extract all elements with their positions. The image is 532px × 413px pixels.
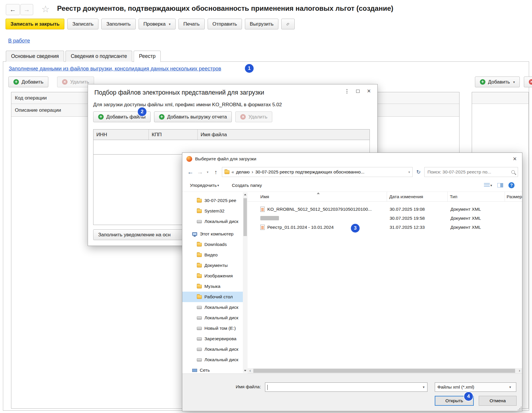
file-row[interactable]: 30.07.2025 19:58 Документ XML [248, 214, 522, 223]
breadcrumb-collapse-icon[interactable] [231, 169, 234, 175]
check-menu-button[interactable]: Проверка [139, 19, 176, 29]
sidebar-item-folder[interactable]: System32 [182, 206, 243, 216]
help-button[interactable] [508, 182, 515, 188]
file-name: KO_RROBNL_5012_5012_501203791050120100..… [267, 207, 372, 212]
tab-main-info[interactable]: Основные сведения [6, 51, 64, 62]
column-filename[interactable]: Имя файла [198, 130, 370, 140]
folder-icon [197, 264, 202, 267]
sidebar-item-desktop[interactable]: Рабочий стол [182, 292, 243, 302]
sidebar-item-downloads[interactable]: Downloads [182, 239, 243, 250]
change-view-button[interactable] [484, 183, 492, 187]
save-and-close-button[interactable]: Записать и закрыть [6, 19, 64, 29]
column-size[interactable]: Размер [505, 192, 522, 201]
open-dialog-close-button[interactable] [508, 153, 522, 165]
print-button[interactable]: Печать [178, 19, 205, 29]
fill-button[interactable]: Заполнить [101, 19, 135, 29]
column-type[interactable]: Тип [447, 192, 505, 201]
picker-window-controls [341, 87, 374, 95]
sidebar-item-label: Локальный диск [204, 315, 238, 320]
scrollbar-thumb[interactable] [253, 369, 515, 373]
breadcrumb-separator-icon [252, 169, 253, 175]
nav-back-button[interactable] [186, 169, 195, 176]
save-button[interactable]: Записать [67, 19, 98, 29]
sidebar-item-drive[interactable]: Локальный диск [182, 344, 243, 354]
scrollbar-thumb[interactable] [243, 198, 247, 236]
horizontal-scrollbar[interactable] [248, 368, 522, 373]
registry-add-button[interactable]: Добавить [8, 77, 48, 87]
new-folder-button[interactable]: Создать папку [232, 183, 262, 188]
tree-scrollbar[interactable] [243, 192, 248, 373]
column-inn[interactable]: ИНН [93, 130, 149, 140]
sidebar-item-drive[interactable]: Новый том (E:) [182, 323, 243, 334]
address-dropdown-icon[interactable] [408, 170, 410, 174]
scroll-right-icon[interactable] [517, 368, 522, 373]
sidebar-item-drive[interactable]: Локальный диск [182, 354, 243, 365]
fill-from-files-link[interactable]: Заполнение данными из файлов выгрузки, к… [9, 66, 221, 72]
sidebar-item-network[interactable]: Сеть [182, 365, 243, 373]
sidebar-item-drive[interactable]: Локальный диск [182, 313, 243, 323]
annotation-badge-4: 4 [464, 392, 473, 401]
column-kpp[interactable]: КПП [149, 130, 198, 140]
tab-signer-info[interactable]: Сведения о подписанте [66, 51, 132, 62]
tab-register[interactable]: Реестр [134, 51, 161, 62]
open-dialog-body: 30-07-2025 рее System32 Локальный диск Э… [182, 192, 522, 373]
annotation-badge-2: 2 [138, 107, 146, 116]
filename-dropdown-icon[interactable] [420, 385, 427, 389]
sidebar-item-folder[interactable]: 30-07-2025 рее [182, 195, 243, 206]
sidebar-item-pictures[interactable]: Изображения [182, 271, 243, 281]
disk-icon [197, 337, 202, 341]
nav-up-button[interactable] [212, 169, 220, 176]
file-row[interactable]: Реестр_01.01.2024 - 10.01.2024 31.07.202… [248, 223, 522, 232]
scroll-up-icon[interactable] [244, 194, 246, 195]
filename-input[interactable] [265, 383, 420, 391]
picker-delete-button[interactable]: Удалить [235, 111, 272, 122]
folder-icon [197, 199, 202, 203]
favorite-star-icon[interactable] [41, 3, 50, 15]
right-panel-delete-button[interactable] [524, 77, 532, 87]
send-button[interactable]: Отправить [208, 19, 242, 29]
sidebar-item-drive[interactable]: Локальный диск [182, 216, 243, 227]
status-link[interactable]: В работе [8, 38, 30, 44]
nav-forward-button[interactable] [197, 169, 204, 176]
search-box[interactable]: Поиск: 30-07-2025 реестр по... [424, 167, 518, 177]
nav-history-chevron-icon[interactable] [206, 170, 210, 174]
scroll-down-icon[interactable] [244, 370, 246, 371]
list-view-icon [484, 183, 490, 187]
x-circle-icon [62, 79, 68, 85]
address-bar[interactable]: делаю 30-07-2025 реестр подтверждающих о… [222, 167, 413, 177]
disk-icon [197, 358, 202, 361]
sidebar-item-label: System32 [204, 208, 225, 214]
sidebar-item-music[interactable]: Музыка [182, 281, 243, 292]
file-row[interactable]: KO_RROBNL_5012_5012_501203791050120100..… [248, 205, 522, 214]
tab-bar: Основные сведения Сведения о подписанте … [6, 51, 161, 62]
right-panel-add-button[interactable]: Добавить [475, 77, 520, 87]
organize-menu-button[interactable]: Упорядочить [190, 183, 219, 188]
preview-pane-button[interactable] [497, 183, 503, 187]
sort-indicator-icon[interactable] [317, 192, 320, 194]
close-icon [367, 88, 371, 95]
column-date-modified[interactable]: Дата изменения [387, 192, 447, 201]
breadcrumb-root[interactable]: делаю [236, 169, 250, 175]
resize-grip[interactable] [517, 406, 522, 410]
sidebar-item-this-pc[interactable]: Этот компьютер [182, 229, 243, 239]
forward-button[interactable] [20, 4, 33, 15]
more-menu-button[interactable] [341, 87, 352, 95]
cancel-button[interactable]: Отмена [479, 396, 517, 406]
back-button[interactable] [6, 4, 20, 15]
fill-notification-button[interactable]: Заполнить уведомление на осн [93, 229, 194, 240]
close-button[interactable] [363, 87, 374, 95]
print-label: Печать [183, 21, 200, 27]
unload-button[interactable]: Выгрузить [245, 19, 278, 29]
file-date: 30.07.2025 19:08 [387, 207, 448, 212]
sidebar-item-drive[interactable]: Зарезервирова [182, 334, 243, 344]
scroll-left-icon[interactable] [248, 368, 253, 373]
add-report-export-button[interactable]: Добавить выгрузку отчета [154, 111, 232, 122]
sidebar-item-videos[interactable]: Видео [182, 250, 243, 260]
maximize-button[interactable] [352, 87, 363, 95]
file-type-select[interactable]: Файлы xml (*.xml) [435, 382, 516, 392]
refresh-button[interactable] [415, 169, 422, 175]
sidebar-item-drive[interactable]: Локальный диск [182, 302, 243, 313]
breadcrumb-folder[interactable]: 30-07-2025 реестр подтверждающих обоснов… [255, 169, 365, 175]
attachments-button[interactable] [281, 19, 295, 29]
sidebar-item-documents[interactable]: Документы [182, 260, 243, 271]
